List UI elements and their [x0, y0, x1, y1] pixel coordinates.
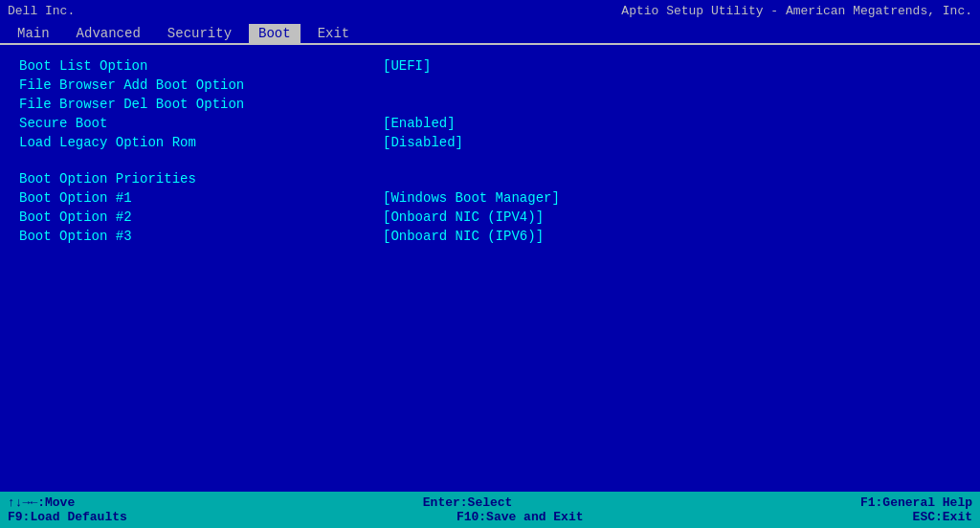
bios-screen: Dell Inc. Aptio Setup Utility - American… [0, 0, 980, 528]
bottom-bar: ↑↓→←:Move Enter:Select F1:General Help F… [0, 492, 980, 528]
setting-row-1[interactable]: File Browser Add Boot Option [19, 76, 961, 95]
setting-label-9: Boot Option #3 [19, 229, 383, 244]
spacer-5 [19, 152, 961, 160]
setting-value-3: [Enabled] [383, 116, 456, 131]
top-bar: Dell Inc. Aptio Setup Utility - American… [0, 0, 980, 22]
setting-value-8: [Onboard NIC (IPV4)] [383, 209, 544, 225]
setting-row-4: Load Legacy Option Rom[Disabled] [19, 133, 961, 152]
setting-label-1: File Browser Add Boot Option [19, 77, 383, 93]
setting-value-7: [Windows Boot Manager] [383, 190, 560, 206]
menu-bar: MainAdvancedSecurityBootExit [0, 22, 980, 43]
setting-row-8: Boot Option #2[Onboard NIC (IPV4)] [19, 208, 961, 227]
hint-select: Enter:Select [423, 495, 513, 510]
setting-label-6: Boot Option Priorities [19, 171, 383, 187]
vendor-name: Dell Inc. [8, 4, 75, 18]
setting-value-0: [UEFI] [383, 58, 431, 74]
hint-move: ↑↓→←:Move [8, 495, 75, 510]
setting-row-6: Boot Option Priorities [19, 169, 961, 188]
setting-row-7: Boot Option #1[Windows Boot Manager] [19, 188, 961, 208]
hint-save-exit: F10:Save and Exit [457, 510, 584, 524]
hint-help: F1:General Help [860, 495, 972, 510]
main-content: Boot List Option[UEFI]File Browser Add B… [0, 45, 980, 492]
setting-label-7: Boot Option #1 [19, 190, 383, 206]
utility-title: Aptio Setup Utility - American Megatrend… [621, 4, 972, 18]
setting-label-4: Load Legacy Option Rom [19, 135, 383, 150]
setting-row-9: Boot Option #3[Onboard NIC (IPV6)] [19, 227, 961, 246]
setting-label-3: Secure Boot [19, 116, 383, 131]
menu-item-boot[interactable]: Boot [249, 24, 301, 43]
setting-value-4: [Disabled] [383, 135, 463, 150]
setting-row-3: Secure Boot[Enabled] [19, 114, 961, 133]
setting-label-2: File Browser Del Boot Option [19, 97, 383, 112]
bottom-row-2: F9:Load Defaults F10:Save and Exit ESC:E… [8, 510, 972, 524]
setting-label-0: Boot List Option [19, 58, 383, 74]
menu-item-security[interactable]: Security [158, 24, 241, 43]
setting-value-9: [Onboard NIC (IPV6)] [383, 229, 544, 244]
hint-load-defaults: F9:Load Defaults [8, 510, 127, 524]
hint-esc: ESC:Exit [913, 510, 972, 524]
setting-label-8: Boot Option #2 [19, 209, 383, 225]
menu-item-main[interactable]: Main [8, 24, 59, 43]
menu-item-advanced[interactable]: Advanced [67, 24, 150, 43]
menu-item-exit[interactable]: Exit [308, 24, 360, 43]
setting-row-0: Boot List Option[UEFI] [19, 56, 961, 76]
bottom-row-1: ↑↓→←:Move Enter:Select F1:General Help [8, 495, 972, 510]
setting-row-2[interactable]: File Browser Del Boot Option [19, 95, 961, 114]
